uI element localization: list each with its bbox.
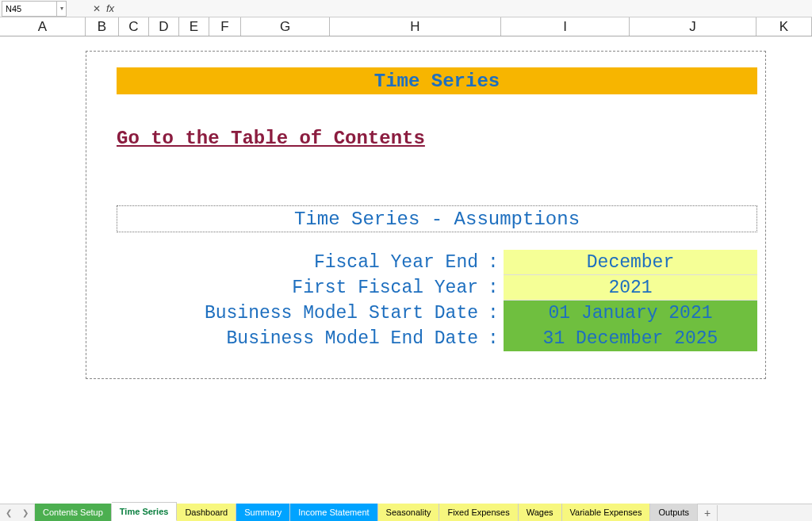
assumption-value[interactable]: December xyxy=(504,250,757,275)
col-header-C[interactable]: C xyxy=(119,17,149,36)
title-banner: Time Series xyxy=(117,67,757,94)
tab-outputs[interactable]: Outputs xyxy=(650,504,698,521)
tab-nav: ❮ ❯ xyxy=(0,504,35,521)
sheet-grid[interactable]: Time Series Go to the Table of Contents … xyxy=(0,36,812,503)
assumption-value[interactable]: 01 January 2021 xyxy=(504,301,757,326)
assumption-row: First Fiscal Year : 2021 xyxy=(117,275,757,301)
colon: : xyxy=(483,252,504,273)
fx-label[interactable]: fx xyxy=(106,2,114,14)
name-box-dropdown[interactable]: ▾ xyxy=(57,1,67,17)
tab-variable-expenses[interactable]: Variable Expenses xyxy=(562,504,651,521)
tab-scroll-right-icon[interactable]: ❯ xyxy=(22,508,29,517)
assumption-row: Business Model End Date : 31 December 20… xyxy=(117,326,757,351)
colon: : xyxy=(483,328,504,349)
col-header-H[interactable]: H xyxy=(330,17,501,36)
assumption-rows: Fiscal Year End : December First Fiscal … xyxy=(117,250,757,351)
sheet-tabs: Contents Setup Time Series Dashboard Sum… xyxy=(35,504,718,521)
column-headers: A B C D E F G H I J K xyxy=(0,17,812,36)
col-header-F[interactable]: F xyxy=(209,17,241,36)
col-header-E[interactable]: E xyxy=(179,17,209,36)
tab-fixed-expenses[interactable]: Fixed Expenses xyxy=(439,504,518,521)
col-header-A[interactable]: A xyxy=(0,17,86,36)
name-box[interactable] xyxy=(2,1,57,17)
assumption-row: Business Model Start Date : 01 January 2… xyxy=(117,301,757,326)
section-header: Time Series - Assumptions xyxy=(117,205,757,232)
col-header-G[interactable]: G xyxy=(241,17,330,36)
assumption-value[interactable]: 31 December 2025 xyxy=(504,326,757,351)
tab-seasonality[interactable]: Seasonality xyxy=(378,504,440,521)
formula-bar: ▾ ✕ fx xyxy=(0,0,812,17)
assumption-label: First Fiscal Year xyxy=(117,278,483,298)
col-header-J[interactable]: J xyxy=(630,17,756,36)
tab-scroll-left-icon[interactable]: ❮ xyxy=(6,508,12,517)
toc-link[interactable]: Go to the Table of Contents xyxy=(117,128,425,149)
tab-wages[interactable]: Wages xyxy=(519,504,562,521)
tab-income-statement[interactable]: Income Statement xyxy=(290,504,377,521)
tab-dashboard[interactable]: Dashboard xyxy=(177,504,236,521)
colon: : xyxy=(483,303,504,324)
colon: : xyxy=(483,278,504,298)
assumption-label: Business Model End Date xyxy=(117,328,483,349)
assumption-label: Fiscal Year End xyxy=(117,252,483,273)
col-header-D[interactable]: D xyxy=(149,17,179,36)
sheet-tab-bar: ❮ ❯ Contents Setup Time Series Dashboard… xyxy=(0,504,812,521)
tab-summary[interactable]: Summary xyxy=(236,504,290,521)
col-header-K[interactable]: K xyxy=(756,17,812,36)
col-header-I[interactable]: I xyxy=(501,17,630,36)
new-sheet-button[interactable]: + xyxy=(698,505,718,521)
assumption-label: Business Model Start Date xyxy=(117,303,483,324)
col-header-B[interactable]: B xyxy=(86,17,119,36)
content-panel: Time Series Go to the Table of Contents … xyxy=(86,51,766,379)
assumption-value[interactable]: 2021 xyxy=(504,275,757,301)
tab-contents-setup[interactable]: Contents Setup xyxy=(35,504,112,521)
cancel-formula-icon[interactable]: ✕ xyxy=(90,2,103,15)
assumption-row: Fiscal Year End : December xyxy=(117,250,757,275)
tab-time-series[interactable]: Time Series xyxy=(112,502,178,521)
